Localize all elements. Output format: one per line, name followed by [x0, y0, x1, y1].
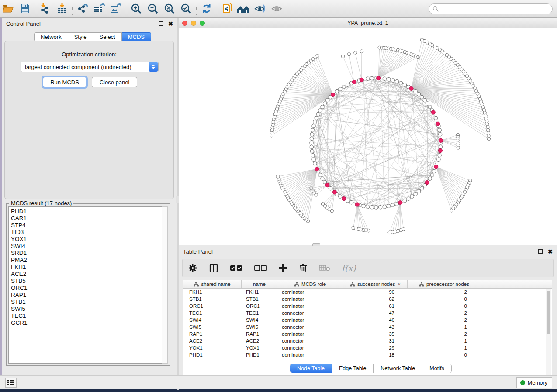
- column-type-icon: [194, 282, 199, 287]
- function-builder-icon: f(x): [342, 263, 356, 273]
- table-row[interactable]: TEC1TEC1connector472: [183, 309, 552, 316]
- tab-style[interactable]: Style: [68, 32, 93, 41]
- show-panel-icon[interactable]: [269, 1, 285, 16]
- table-cell: 62: [343, 296, 408, 302]
- memory-button[interactable]: Memory: [516, 377, 552, 388]
- table-cell: 47: [343, 310, 408, 316]
- mcds-result-item[interactable]: STB5: [11, 278, 162, 285]
- mcds-list-scrollbar[interactable]: [162, 206, 168, 364]
- mcds-result-item[interactable]: RAP1: [11, 292, 162, 299]
- mcds-result-item[interactable]: PHD1: [11, 208, 162, 215]
- save-icon[interactable]: [17, 1, 33, 16]
- tab-edge-table[interactable]: Edge Table: [332, 364, 374, 373]
- table-row[interactable]: STB1STB1dominator620: [183, 296, 552, 303]
- close-table-panel-icon[interactable]: ✖: [548, 249, 553, 254]
- mcds-result-item[interactable]: TID3: [11, 229, 162, 236]
- table-cell: ORC1: [242, 303, 277, 309]
- zoom-out-icon[interactable]: [145, 1, 161, 16]
- column-header-shared-name[interactable]: shared name: [183, 280, 242, 288]
- column-header-successor-nodes[interactable]: successor nodes v: [343, 280, 408, 288]
- close-panel-button[interactable]: Close panel: [92, 77, 137, 87]
- column-header-mcds-role[interactable]: MCDS role: [277, 280, 343, 288]
- zoom-fit-icon[interactable]: [161, 1, 178, 16]
- table-cell: connector: [277, 324, 343, 330]
- table-row[interactable]: FKH1FKH1dominator962: [183, 289, 552, 296]
- table-scrollbar[interactable]: [546, 289, 551, 389]
- toolbar-separator: [196, 3, 197, 15]
- float-panel-icon[interactable]: [159, 21, 163, 26]
- tab-network[interactable]: Network: [34, 32, 68, 41]
- table-scrollbar-thumb[interactable]: [547, 291, 550, 334]
- toolbar-separator: [217, 3, 217, 15]
- criterion-dropdown[interactable]: largest connected component (undirected): [21, 62, 159, 72]
- zoom-selected-icon[interactable]: [178, 1, 194, 16]
- float-table-panel-icon[interactable]: [538, 249, 543, 254]
- mcds-result-item[interactable]: FKH1: [11, 264, 162, 271]
- mcds-result-item[interactable]: STB1: [11, 299, 162, 306]
- table-row[interactable]: SWI5SWI5connector431: [183, 323, 552, 330]
- table-cell: 0: [408, 352, 481, 358]
- column-header-predecessor-nodes[interactable]: predecessor nodes: [408, 280, 481, 288]
- mcds-result-item[interactable]: YOX1: [11, 236, 162, 243]
- memory-label: Memory: [528, 380, 547, 386]
- search-input[interactable]: [429, 3, 553, 14]
- run-mcds-button[interactable]: Run MCDS: [43, 77, 86, 87]
- zoom-in-icon[interactable]: [128, 1, 145, 16]
- mcds-result-item[interactable]: GCR1: [11, 320, 162, 327]
- column-layout-icon[interactable]: [209, 263, 218, 273]
- table-row[interactable]: RAP1RAP1dominator352: [183, 330, 552, 337]
- table-row[interactable]: ORC1ORC1dominator610: [183, 303, 552, 309]
- hide-panel-icon[interactable]: [252, 1, 269, 16]
- import-network-icon[interactable]: [37, 1, 54, 16]
- mcds-result-item[interactable]: TEC1: [11, 313, 162, 320]
- mcds-result-item[interactable]: SWI5: [11, 306, 162, 313]
- table-row[interactable]: PHD1PHD1dominator180: [183, 351, 552, 358]
- sort-descending-icon: v: [398, 282, 400, 286]
- mcds-result-item[interactable]: PMA2: [11, 257, 162, 264]
- mcds-result-item[interactable]: ACE2: [11, 271, 162, 278]
- network-title: YPA_prune.txt_1: [179, 20, 557, 26]
- export-network-icon[interactable]: [74, 1, 91, 16]
- tab-select[interactable]: Select: [93, 32, 122, 41]
- tab-motifs[interactable]: Motifs: [422, 364, 451, 373]
- network-overview-icon[interactable]: [235, 1, 252, 16]
- table-panel-title: Table Panel: [183, 248, 213, 255]
- mcds-result-item[interactable]: STP4: [11, 222, 162, 229]
- table-cell: 1: [408, 324, 481, 330]
- table-row[interactable]: YOX1YOX1connector291: [183, 344, 552, 351]
- export-image-icon[interactable]: [107, 1, 124, 16]
- export-table-icon[interactable]: [91, 1, 107, 16]
- tab-network-table[interactable]: Network Table: [374, 364, 422, 373]
- task-history-button[interactable]: [5, 378, 17, 388]
- mcds-result-item[interactable]: SRD1: [11, 250, 162, 257]
- table-row[interactable]: SWI4SWI4dominator462: [183, 316, 552, 323]
- delete-column-icon[interactable]: [299, 263, 308, 273]
- close-panel-icon[interactable]: ✖: [168, 21, 173, 27]
- table-cell: STB1: [242, 296, 277, 302]
- table-cell: 31: [343, 338, 408, 344]
- refresh-icon[interactable]: [198, 1, 215, 16]
- mcds-result-item[interactable]: CAR1: [11, 215, 162, 222]
- tab-mcds[interactable]: MCDS: [122, 32, 151, 41]
- clone-network-icon[interactable]: [219, 1, 235, 16]
- mcds-tab-content: Optimization criterion: largest connecte…: [4, 41, 174, 199]
- select-all-icon[interactable]: [230, 265, 243, 272]
- column-header-name[interactable]: name: [242, 280, 277, 288]
- table-cell: dominator: [277, 352, 343, 358]
- tab-node-table[interactable]: Node Table: [290, 364, 332, 373]
- control-panel: Control Panel ✖ Network Style Select MCD…: [2, 18, 177, 389]
- dropdown-stepper-icon: [149, 62, 158, 72]
- import-table-icon[interactable]: [54, 1, 70, 16]
- table-cell: dominator: [277, 331, 343, 337]
- table-row[interactable]: ACE2ACE2connector311: [183, 337, 552, 344]
- mcds-result-item[interactable]: ORC1: [11, 285, 162, 292]
- open-folder-icon[interactable]: [0, 1, 17, 16]
- network-titlebar[interactable]: YPA_prune.txt_1: [179, 18, 557, 28]
- network-canvas[interactable]: [179, 28, 557, 244]
- column-type-icon: [350, 282, 355, 287]
- deselect-all-icon[interactable]: [254, 265, 267, 272]
- add-column-icon[interactable]: [279, 264, 287, 272]
- settings-gear-icon[interactable]: [188, 263, 197, 273]
- mcds-result-list[interactable]: PHD1CAR1STP4TID3YOX1SWI4SRD1PMA2FKH1ACE2…: [8, 206, 163, 364]
- mcds-result-item[interactable]: SWI4: [11, 243, 162, 250]
